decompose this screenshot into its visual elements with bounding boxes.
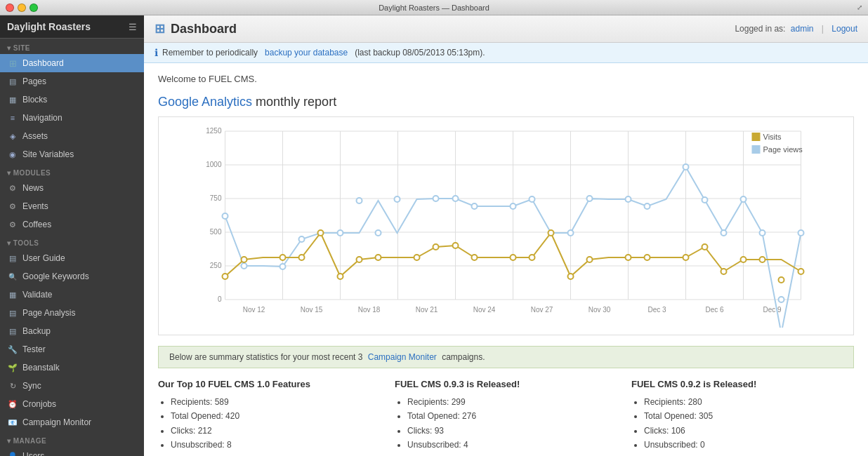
svg-point-69 xyxy=(511,255,516,260)
sidebar-item-label: Dashboard xyxy=(22,58,64,68)
list-item: Unsubscribed: 4 xyxy=(407,438,617,452)
list-item: Clicks: 106 xyxy=(644,424,854,438)
svg-point-38 xyxy=(357,198,362,203)
svg-text:Nov 15: Nov 15 xyxy=(301,306,323,314)
sidebar-item-sync[interactable]: ↻ Sync xyxy=(0,377,144,395)
list-item: Total Opened: 276 xyxy=(407,409,617,423)
sidebar-item-tester[interactable]: 🔧 Tester xyxy=(0,340,144,358)
sidebar-item-blocks[interactable]: ▦ Blocks xyxy=(0,90,144,109)
campaign-stats-1: Recipients: 299 Total Opened: 276 Clicks… xyxy=(395,395,617,456)
logout-link[interactable]: Logout xyxy=(831,24,857,34)
sync-icon: ↻ xyxy=(7,380,18,391)
svg-point-75 xyxy=(645,255,650,260)
validate-icon: ▦ xyxy=(7,289,18,300)
svg-point-41 xyxy=(433,196,439,201)
svg-point-80 xyxy=(760,257,765,262)
section-label-modules: ▾ MODULES xyxy=(0,163,144,179)
backup-link[interactable]: backup your database xyxy=(265,48,348,58)
svg-text:Dec 6: Dec 6 xyxy=(705,306,724,314)
sidebar-item-cronjobs[interactable]: ⏰ Cronjobs xyxy=(0,395,144,413)
events-icon: ⚙ xyxy=(7,201,18,212)
menu-icon[interactable]: ☰ xyxy=(129,22,137,32)
sidebar-item-backup[interactable]: ▤ Backup xyxy=(0,322,144,340)
sidebar-item-campaign-monitor[interactable]: 📧 Campaign Monitor xyxy=(0,413,144,431)
minimize-button[interactable] xyxy=(18,4,26,12)
svg-point-66 xyxy=(433,244,439,250)
sidebar-item-label: Page Analysis xyxy=(22,308,75,318)
svg-point-81 xyxy=(779,277,784,283)
logged-in-label: Logged in as: xyxy=(735,24,785,34)
campaign-card-2: FUEL CMS 0.9.2 is Released! Recipients: … xyxy=(631,379,854,456)
username-link[interactable]: admin xyxy=(791,24,814,34)
sidebar-item-dashboard[interactable]: ⊞ Dashboard xyxy=(0,54,144,72)
close-button[interactable] xyxy=(6,4,14,12)
svg-point-51 xyxy=(702,197,708,203)
pages-icon: ▤ xyxy=(7,76,18,87)
sidebar-item-user-guide[interactable]: ▤ User Guide xyxy=(0,249,144,267)
campaign-stats-2: Recipients: 280 Total Opened: 305 Clicks… xyxy=(631,395,854,456)
backup-icon: ▤ xyxy=(7,326,18,337)
campaign-notice-text: Below are summary statistics for your mo… xyxy=(169,352,362,362)
list-item: Unsubscribed: 0 xyxy=(644,438,854,452)
sidebar-item-events[interactable]: ⚙ Events xyxy=(0,197,144,215)
welcome-text: Welcome to FUEL CMS. xyxy=(158,74,854,84)
site-variables-icon: ◉ xyxy=(7,149,18,160)
list-item: Unsubscribed: 8 xyxy=(171,438,381,452)
list-item: Clicks: 93 xyxy=(407,424,617,438)
window-controls[interactable] xyxy=(6,4,38,12)
svg-point-43 xyxy=(472,203,478,209)
campaign-card-1: FUEL CMS 0.9.3 is Released! Recipients: … xyxy=(395,379,617,456)
svg-point-70 xyxy=(530,255,535,260)
sidebar-item-label: Assets xyxy=(22,131,48,141)
svg-point-34 xyxy=(242,263,247,269)
list-item: Total Opened: 305 xyxy=(644,409,854,423)
sidebar-item-label: Sync xyxy=(22,381,41,391)
sidebar-item-users[interactable]: 👤 Users xyxy=(0,447,144,456)
sidebar-item-label: Tester xyxy=(22,344,46,354)
sidebar-header: Daylight Roasters ☰ xyxy=(0,15,144,39)
sidebar-item-coffees[interactable]: ⚙ Coffees xyxy=(0,215,144,234)
sidebar-item-pages[interactable]: ▤ Pages xyxy=(0,72,144,90)
svg-point-49 xyxy=(645,203,650,209)
svg-point-39 xyxy=(376,230,381,236)
chart-container: 0 250 500 750 1000 1250 Nov 12 Nov 15 No… xyxy=(158,116,854,335)
sidebar-item-google-keywords[interactable]: 🔍 Google Keywords xyxy=(0,267,144,286)
sidebar-item-beanstalk[interactable]: 🌱 Beanstalk xyxy=(0,358,144,377)
svg-point-79 xyxy=(741,257,747,262)
svg-text:0: 0 xyxy=(218,295,222,303)
svg-point-52 xyxy=(721,230,727,236)
svg-point-48 xyxy=(626,196,631,202)
maximize-button[interactable] xyxy=(29,4,38,12)
svg-point-57 xyxy=(223,274,228,279)
google-analytics-link[interactable]: Google Analytics xyxy=(158,95,252,109)
sidebar: Daylight Roasters ☰ ▾ SITE ⊞ Dashboard ▤… xyxy=(0,15,144,456)
svg-point-58 xyxy=(242,257,247,262)
svg-point-46 xyxy=(568,230,574,236)
sidebar-item-news[interactable]: ⚙ News xyxy=(0,179,144,197)
sidebar-item-label: Cronjobs xyxy=(22,399,56,409)
sidebar-item-label: Backup xyxy=(22,326,51,336)
campaign-monitor-icon: 📧 xyxy=(7,417,18,428)
sidebar-item-validate[interactable]: ▦ Validate xyxy=(0,286,144,304)
svg-text:Nov 21: Nov 21 xyxy=(416,306,438,314)
page-title-text: Dashboard xyxy=(171,22,237,36)
svg-text:Nov 27: Nov 27 xyxy=(531,306,553,314)
sidebar-item-site-variables[interactable]: ◉ Site Variables xyxy=(0,145,144,163)
sidebar-item-page-analysis[interactable]: ▤ Page Analysis xyxy=(0,304,144,322)
main-content: ⊞ Dashboard Logged in as: admin | Logout… xyxy=(144,15,868,456)
sidebar-item-label: Users xyxy=(22,451,44,456)
sidebar-item-label: Campaign Monitor xyxy=(22,417,91,427)
svg-point-65 xyxy=(414,255,420,260)
svg-point-67 xyxy=(453,243,459,248)
news-icon: ⚙ xyxy=(7,182,18,194)
list-item: Bounced: 3 xyxy=(644,452,854,456)
sidebar-item-assets[interactable]: ◈ Assets xyxy=(0,127,144,145)
campaign-monitor-link[interactable]: Campaign Moniter xyxy=(368,352,437,362)
svg-text:Visits: Visits xyxy=(763,133,782,141)
svg-point-37 xyxy=(338,230,343,236)
google-keywords-icon: 🔍 xyxy=(7,271,18,282)
sidebar-item-label: Validate xyxy=(22,290,52,300)
analytics-title-suffix: monthly report xyxy=(252,95,336,109)
svg-point-45 xyxy=(530,196,535,202)
sidebar-item-navigation[interactable]: ≡ Navigation xyxy=(0,109,144,127)
